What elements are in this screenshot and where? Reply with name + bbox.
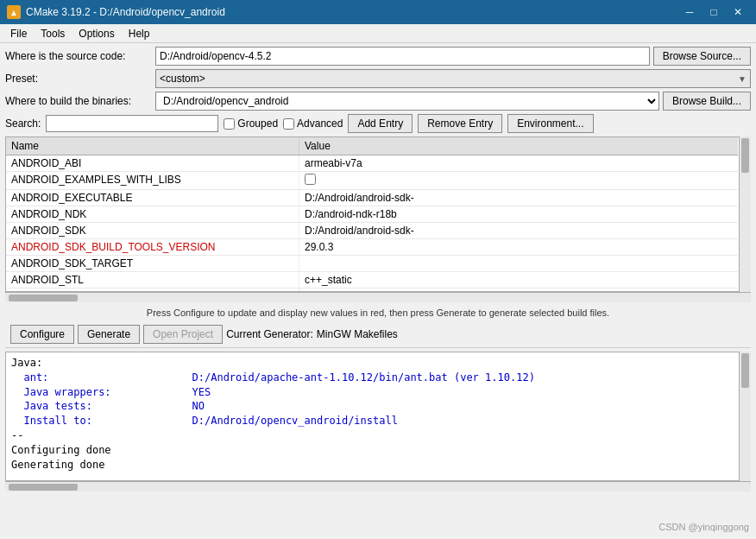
- source-row: Where is the source code: Browse Source.…: [5, 47, 751, 66]
- table-hscrollbar[interactable]: [5, 292, 751, 302]
- table-cell-value: D:/Android/android-sdk-: [299, 190, 738, 206]
- preset-row: Preset: <custom> ▼: [5, 69, 751, 88]
- table-row[interactable]: ANDROID_SDKD:/Android/android-sdk-: [6, 223, 738, 239]
- table-row[interactable]: ANDROID_STLc++_static: [6, 272, 738, 289]
- output-line: Install to: D:/Android/opencv_android/in…: [11, 414, 738, 428]
- browse-source-button[interactable]: Browse Source...: [653, 47, 751, 66]
- preset-label: Preset:: [5, 73, 152, 85]
- preset-combo[interactable]: <custom> ▼: [155, 69, 751, 88]
- generator-prefix: Current Generator:: [226, 328, 313, 340]
- generator-value: MinGW Makefiles: [317, 328, 398, 340]
- table-body: ANDROID_ABIarmeabi-v7aANDROID_EXAMPLES_W…: [6, 155, 738, 292]
- menu-help[interactable]: Help: [122, 26, 157, 41]
- search-row: Search: Grouped Advanced Add Entry Remov…: [5, 114, 751, 133]
- watermark: CSDN @yinqinggong: [658, 522, 749, 532]
- build-row: Where to build the binaries: D:/Android/…: [5, 92, 751, 111]
- output-hscrollbar[interactable]: [5, 481, 751, 491]
- build-select[interactable]: D:/Android/opencv_android: [155, 92, 659, 111]
- config-table[interactable]: Name Value ANDROID_ABIarmeabi-v7aANDROID…: [5, 136, 751, 292]
- table-cell-value: D:/Android/android-sdk-: [299, 223, 738, 238]
- output-line: Java wrappers: YES: [11, 385, 738, 400]
- table-cell-name: ANDROID_ABI: [6, 155, 299, 171]
- maximize-button[interactable]: □: [702, 3, 725, 21]
- table-vscrollbar[interactable]: [739, 136, 751, 292]
- menu-bar: File Tools Options Help: [0, 24, 756, 43]
- config-table-wrap: Name Value ANDROID_ABIarmeabi-v7aANDROID…: [5, 136, 751, 292]
- open-project-button[interactable]: Open Project: [143, 325, 223, 344]
- grouped-checkbox-label[interactable]: Grouped: [224, 117, 278, 130]
- table-cell-value: armeabi-v7a: [299, 155, 738, 171]
- advanced-checkbox[interactable]: [283, 118, 294, 130]
- table-cell-value: [299, 256, 738, 271]
- menu-options[interactable]: Options: [72, 26, 121, 41]
- output-line: Configuring done: [11, 443, 738, 458]
- output-line: Generating done: [11, 458, 738, 472]
- preset-arrow-icon: ▼: [738, 74, 747, 84]
- info-bar: Press Configure to update and display ne…: [5, 304, 751, 321]
- title-bar: ▲ CMake 3.19.2 - D:/Android/opencv_andro…: [0, 0, 756, 24]
- table-row[interactable]: ANDROID_NDKD:/android-ndk-r18b: [6, 206, 738, 223]
- col-name-header: Name: [6, 137, 299, 155]
- close-button[interactable]: ✕: [727, 3, 749, 21]
- output-line: Java tests: NO: [11, 399, 738, 414]
- table-row[interactable]: ANDROID_SDK_BUILD_TOOLS_VERSION29.0.3: [6, 239, 738, 256]
- table-row[interactable]: ANDROID_ABIarmeabi-v7a: [6, 155, 738, 172]
- source-label: Where is the source code:: [5, 50, 152, 62]
- table-hscrollbar-thumb[interactable]: [9, 295, 78, 301]
- output-vscrollbar-thumb[interactable]: [741, 353, 749, 388]
- col-value-header: Value: [299, 137, 738, 155]
- source-input[interactable]: [155, 47, 650, 66]
- output-vscrollbar[interactable]: [739, 352, 751, 481]
- table-cell-name: ANDROID_EXAMPLES_WITH_LIBS: [6, 172, 299, 189]
- title-bar-left: ▲ CMake 3.19.2 - D:/Android/opencv_andro…: [7, 5, 225, 19]
- generate-button[interactable]: Generate: [78, 325, 140, 344]
- table-vscrollbar-thumb[interactable]: [741, 138, 749, 173]
- action-bar: Configure Generate Open Project Current …: [5, 321, 751, 348]
- table-cell-name: ANDROID_STL: [6, 272, 299, 288]
- browse-build-button[interactable]: Browse Build...: [663, 92, 751, 111]
- configure-button[interactable]: Configure: [10, 325, 74, 344]
- grouped-checkbox[interactable]: [224, 118, 235, 130]
- table-row[interactable]: ANDROID_SDK_TARGET: [6, 256, 738, 272]
- table-cell-value: 29.0.3: [299, 239, 738, 255]
- menu-tools[interactable]: Tools: [34, 26, 72, 41]
- table-cell-value: D:/android-ndk-r18b: [299, 206, 738, 222]
- output-hscrollbar-thumb[interactable]: [9, 484, 78, 491]
- table-row[interactable]: ANDROID_EXAMPLES_WITH_LIBS: [6, 172, 738, 190]
- output-panel[interactable]: Java: ant: D:/Android/apache-ant-1.10.12…: [5, 352, 751, 481]
- table-cell-name: ANDROID_EXECUTABLE: [6, 190, 299, 206]
- table-header: Name Value: [6, 137, 738, 155]
- table-cell-name: ANDROID_NDK: [6, 206, 299, 222]
- search-label: Search:: [5, 117, 41, 130]
- table-cell-name: ANDROID_SDK_BUILD_TOOLS_VERSION: [6, 239, 299, 255]
- output-line: Java:: [11, 356, 738, 371]
- cmake-icon: ▲: [7, 5, 21, 19]
- table-row[interactable]: ANDROID_EXECUTABLED:/Android/android-sdk…: [6, 190, 738, 206]
- remove-entry-button[interactable]: Remove Entry: [418, 114, 502, 133]
- menu-file[interactable]: File: [3, 26, 34, 41]
- preset-value: <custom>: [160, 73, 205, 85]
- minimize-button[interactable]: ─: [678, 3, 701, 21]
- window-controls: ─ □ ✕: [678, 3, 749, 21]
- output-line: --: [11, 428, 738, 443]
- table-cell-name: ANDROID_SDK_TARGET: [6, 256, 299, 271]
- search-input[interactable]: [46, 115, 218, 132]
- main-area: Where is the source code: Browse Source.…: [0, 43, 756, 491]
- table-cell-checkbox[interactable]: [305, 174, 316, 185]
- environment-button[interactable]: Environment...: [507, 114, 593, 133]
- table-cell-value: [299, 172, 738, 189]
- advanced-label: Advanced: [297, 117, 343, 130]
- table-cell-name: ANDROID_SDK: [6, 223, 299, 238]
- build-label: Where to build the binaries:: [5, 95, 152, 107]
- table-cell-value: c++_static: [299, 272, 738, 288]
- advanced-checkbox-label[interactable]: Advanced: [283, 117, 343, 130]
- title-bar-title: CMake 3.19.2 - D:/Android/opencv_android: [26, 6, 225, 18]
- add-entry-button[interactable]: Add Entry: [348, 114, 413, 133]
- output-wrap: Java: ant: D:/Android/apache-ant-1.10.12…: [5, 352, 751, 481]
- grouped-label: Grouped: [237, 117, 278, 130]
- output-line: ant: D:/Android/apache-ant-1.10.12/bin/a…: [11, 371, 738, 385]
